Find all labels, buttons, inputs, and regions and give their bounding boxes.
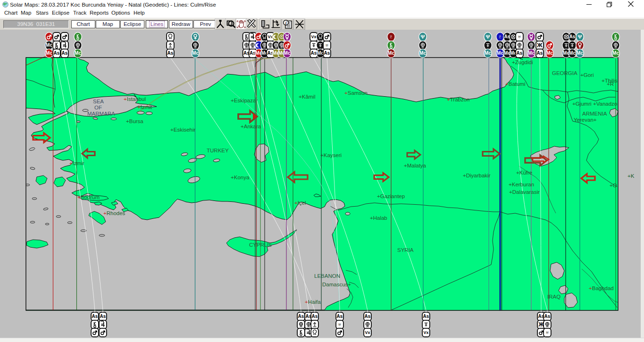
svg-text:+Küfre: +Küfre xyxy=(516,170,532,175)
svg-text:+Gori: +Gori xyxy=(580,72,594,78)
svg-text:As: As xyxy=(298,314,304,319)
svg-text:+Samsun: +Samsun xyxy=(344,90,368,96)
svg-text:LEBANON: LEBANON xyxy=(314,273,340,279)
svg-text:Mc: Mc xyxy=(528,50,535,56)
svg-text:As: As xyxy=(167,50,174,56)
svg-text:As: As xyxy=(537,50,543,56)
svg-text:As: As xyxy=(62,50,68,56)
svg-text:As: As xyxy=(312,314,318,319)
svg-text:Mc: Mc xyxy=(577,50,583,56)
svg-text:+Istanbul: +Istanbul xyxy=(124,96,146,102)
svg-text:+O: +O xyxy=(610,183,617,188)
svg-text:♇︎: ♇︎ xyxy=(498,33,502,40)
svg-text:As: As xyxy=(423,314,429,319)
svg-text:+Haifa: +Haifa xyxy=(305,299,321,305)
svg-text:SEA: SEA xyxy=(93,99,104,104)
svg-text:Vx: Vx xyxy=(423,330,428,335)
svg-text:Mc: Mc xyxy=(284,50,291,56)
svg-text:+Trabzon: +Trabzon xyxy=(447,97,469,102)
svg-text:♇︎: ♇︎ xyxy=(389,33,393,40)
svg-text:Ж︎: Ж︎ xyxy=(536,42,543,49)
svg-text:+Vanadzo: +Vanadzo xyxy=(593,101,617,107)
svg-text:+Içel: +Içel xyxy=(294,200,306,206)
svg-text:As: As xyxy=(569,34,576,39)
svg-text:+Zugdidi: +Zugdidi xyxy=(512,59,533,65)
svg-text:As: As xyxy=(337,314,343,319)
svg-text:+Halab: +Halab xyxy=(370,215,387,221)
svg-text:+Gaziantep: +Gaziantep xyxy=(377,193,405,199)
svg-text:+Ankara: +Ankara xyxy=(241,124,261,129)
svg-text:OF: OF xyxy=(94,105,102,110)
svg-text:Ψ︎: Ψ︎ xyxy=(578,34,582,40)
svg-text:+Izmit: +Izmit xyxy=(137,104,152,110)
svg-text:As: As xyxy=(324,50,330,56)
svg-text:+Batumi: +Batumi xyxy=(505,81,526,87)
svg-text:+Rhodes: +Rhodes xyxy=(103,210,125,216)
svg-text:+Izmir: +Izmir xyxy=(69,160,84,166)
svg-text:+Diyarbakir: +Diyarbakir xyxy=(463,173,491,178)
svg-text:IRAQ: IRAQ xyxy=(547,294,560,300)
svg-text:+Dalavarasir: +Dalavarasir xyxy=(509,189,540,195)
svg-text:As: As xyxy=(544,314,551,319)
svg-text:Mc: Mc xyxy=(46,50,52,56)
svg-text:Mc: Mc xyxy=(192,50,199,56)
svg-text:Mc: Mc xyxy=(388,50,394,56)
svg-text:Mc: Mc xyxy=(569,50,576,56)
svg-text:+Kâmil: +Kâmil xyxy=(299,94,315,100)
svg-text:Mc: Mc xyxy=(75,50,81,56)
svg-text:Vx: Vx xyxy=(311,34,316,39)
svg-text:GEORGIA: GEORGIA xyxy=(552,70,577,76)
svg-text:+Kayseri: +Kayseri xyxy=(320,152,342,158)
svg-text:Mc: Mc xyxy=(546,50,553,56)
svg-text:+R: +R xyxy=(607,81,614,87)
svg-text:As: As xyxy=(100,314,106,319)
svg-text:Mc: Mc xyxy=(485,50,491,56)
svg-text:Ψ︎: Ψ︎ xyxy=(486,34,490,40)
svg-text:+Bursa: +Bursa xyxy=(126,118,143,124)
svg-text:Mc: Mc xyxy=(46,42,52,48)
svg-text:As: As xyxy=(92,314,98,319)
svg-text:TURKEY: TURKEY xyxy=(207,148,229,153)
svg-text:Vx: Vx xyxy=(365,330,370,335)
svg-text:Mc: Mc xyxy=(497,50,503,56)
svg-text:♅︎: ♅︎ xyxy=(517,33,521,40)
svg-text:♅︎: ♅︎ xyxy=(325,42,329,49)
svg-text:Yerevan+: Yerevan+ xyxy=(574,117,597,123)
svg-text:+Malatya: +Malatya xyxy=(404,163,427,168)
svg-text:♅︎: ♅︎ xyxy=(337,321,342,328)
svg-text:♅︎: ♅︎ xyxy=(545,329,549,336)
svg-text:As: As xyxy=(517,50,523,56)
svg-text:i: i xyxy=(285,21,287,25)
svg-text:ARMENIA: ARMENIA xyxy=(582,111,607,117)
svg-text:Mc: Mc xyxy=(317,50,324,56)
svg-text:+Kerburan: +Kerburan xyxy=(509,182,534,187)
svg-text:CYPRUS: CYPRUS xyxy=(249,242,272,248)
svg-text:+Gjumri: +Gjumri xyxy=(572,101,592,107)
svg-text:+Konya: +Konya xyxy=(231,175,250,180)
svg-text:+Eskipazar: +Eskipazar xyxy=(231,98,258,103)
svg-text:As: As xyxy=(311,50,317,56)
svg-text:Mc: Mc xyxy=(419,50,426,56)
svg-text:As: As xyxy=(54,50,60,56)
svg-text:MARMARA: MARMARA xyxy=(87,111,115,117)
svg-text:+Bodrum: +Bodrum xyxy=(77,194,100,200)
svg-text:SYRIA: SYRIA xyxy=(397,247,414,253)
svg-text:+K: +K xyxy=(627,173,635,179)
svg-text:+Eskisehir: +Eskisehir xyxy=(170,127,196,133)
svg-text:Damascus+: Damascus+ xyxy=(322,282,351,287)
svg-text:Ψ︎: Ψ︎ xyxy=(421,34,425,40)
svg-text:As: As xyxy=(365,314,371,319)
svg-text:+Baghdad: +Baghdad xyxy=(589,285,614,291)
svg-text:Mc: Mc xyxy=(612,50,619,56)
